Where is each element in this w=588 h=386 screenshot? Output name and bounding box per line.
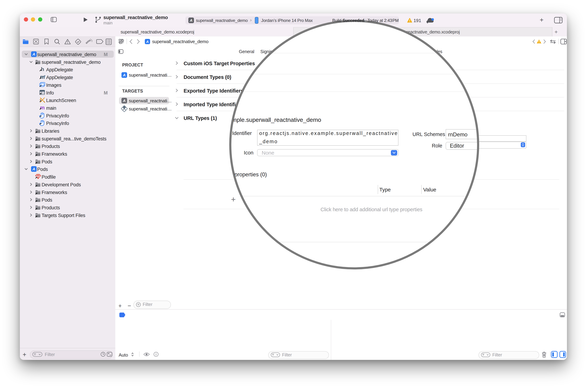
svg-text:A: A [32,52,35,57]
svg-text:A: A [32,167,35,171]
svg-text:A: A [123,73,126,77]
svg-text:A: A [146,40,149,44]
svg-text:+: + [44,74,45,77]
svg-text:A: A [189,18,192,23]
svg-text:h: h [41,66,44,72]
svg-text:A: A [123,98,126,103]
svg-text:m: m [40,105,45,110]
